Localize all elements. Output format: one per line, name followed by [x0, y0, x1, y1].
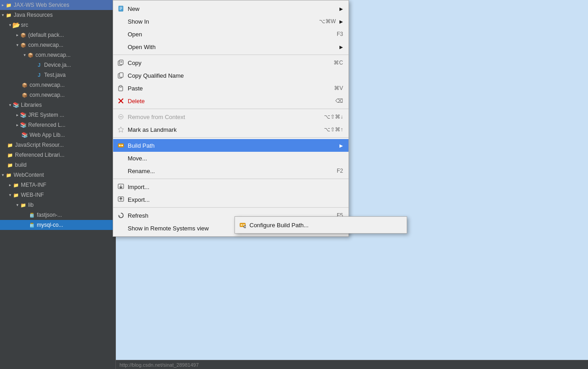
tree-item-web-inf[interactable]: 📁 WEB-INF	[0, 190, 115, 200]
arrow-icon	[16, 123, 19, 127]
arrow-icon	[16, 43, 19, 47]
show-in-icon	[117, 17, 125, 25]
folder-icon: 📁	[6, 151, 14, 159]
svg-point-26	[241, 224, 242, 226]
tree-item-web-app-lib[interactable]: 📚 Web App Lib...	[0, 130, 115, 140]
tree-label: src	[21, 22, 28, 28]
menu-item-remove-context[interactable]: Remove from Context ⌥⇧⌘↓	[113, 110, 349, 123]
arrow-icon	[9, 23, 11, 27]
menu-label: Configure Build Path...	[249, 222, 401, 229]
tree-item-build[interactable]: 📁 build	[0, 160, 115, 170]
copy-qualified-icon	[117, 71, 125, 80]
menu-item-open-with[interactable]: Open With ▶	[113, 40, 349, 53]
menu-label: Build Path	[128, 142, 336, 149]
tree-label: Web App Lib...	[30, 132, 65, 138]
menu-item-open[interactable]: Open F3	[113, 28, 349, 40]
menu-label: Import...	[128, 184, 343, 190]
build-path-submenu: Configure Build Path...	[234, 216, 407, 234]
tree-label: Libraries	[21, 102, 42, 108]
build-path-icon	[117, 141, 125, 150]
tree-label: Referenced Librari...	[15, 152, 65, 158]
folder-icon: 📁	[5, 171, 12, 179]
menu-item-move[interactable]: Move...	[113, 152, 349, 165]
tree-item-com-newcap4[interactable]: 📦 com.newcap...	[0, 90, 115, 100]
tree-label: com.newcap...	[30, 92, 65, 98]
menu-label: Mark as Landmark	[128, 126, 315, 133]
tree-item-default-pack[interactable]: 📦 (default pack...	[0, 30, 115, 40]
tree-item-meta-inf[interactable]: 📁 META-INF	[0, 180, 115, 190]
arrow-icon	[24, 53, 26, 57]
menu-label: Export...	[128, 196, 343, 203]
tree-item-fastjson[interactable]: 🫙 fastjson-...	[0, 210, 115, 220]
menu-label: New	[128, 5, 336, 12]
tree-label: JAX-WS Web Services	[14, 2, 69, 8]
tree-item-libraries[interactable]: 📚 Libraries	[0, 100, 115, 110]
package-icon: 📦	[21, 81, 28, 89]
menu-item-copy-qualified[interactable]: Copy Qualified Name	[113, 69, 349, 82]
export-icon	[117, 195, 125, 204]
menu-item-mark-landmark[interactable]: Mark as Landmark ⌥⇧⌘↑	[113, 123, 349, 136]
tree-label: com.newcap...	[35, 52, 70, 58]
menu-item-new[interactable]: New ▶	[113, 2, 349, 15]
tree-label: WEB-INF	[21, 192, 44, 198]
menu-divider	[113, 55, 349, 55]
tree-item-jax-ws[interactable]: 📁 JAX-WS Web Services	[0, 0, 115, 10]
menu-label: Copy Qualified Name	[128, 72, 343, 79]
new-icon	[117, 5, 125, 13]
shortcut-label: ⌘V	[334, 85, 343, 91]
shortcut-label: F3	[337, 31, 343, 37]
tree-label: Java Resources	[14, 12, 53, 18]
menu-item-delete[interactable]: Delete ⌫	[113, 95, 349, 107]
menu-label: Remove from Context	[128, 114, 315, 120]
tree-item-src[interactable]: 📂 src	[0, 20, 115, 30]
menu-item-build-path[interactable]: Build Path ▶	[113, 139, 349, 152]
tree-item-referenced-lib2[interactable]: 📁 Referenced Librari...	[0, 150, 115, 160]
tree-label: lib	[28, 202, 34, 208]
lib-icon: 📚	[20, 121, 27, 129]
submenu-arrow-icon: ▶	[339, 19, 343, 24]
project-explorer: 📁 JAX-WS Web Services 📁 Java Resources 📂…	[0, 0, 116, 369]
move-icon	[117, 154, 125, 162]
menu-label: Paste	[128, 85, 325, 92]
tree-label: mysql-co...	[37, 222, 63, 228]
tree-item-com-newcap3[interactable]: 📦 com.newcap...	[0, 80, 115, 90]
tree-item-java-resources[interactable]: 📁 Java Resources	[0, 10, 115, 20]
tree-item-device-java[interactable]: J Device.ja...	[0, 60, 115, 70]
configure-build-path-icon	[239, 221, 247, 229]
tree-label: META-INF	[21, 182, 46, 188]
open-with-icon	[117, 43, 125, 51]
jar-icon: 🫙	[28, 221, 35, 229]
shortcut-label: ⌥⌘W	[319, 18, 336, 25]
tree-item-js-resources[interactable]: 📁 JavaScript Resour...	[0, 140, 115, 150]
java-file-icon: J	[35, 71, 43, 79]
tree-item-mysql-co[interactable]: 🫙 mysql-co...	[0, 220, 115, 230]
tree-item-web-content[interactable]: 📁 WebContent	[0, 170, 115, 180]
tree-item-referenced-l[interactable]: 📚 Referenced L...	[0, 120, 115, 130]
menu-item-show-in[interactable]: Show In ⌥⌘W ▶	[113, 15, 349, 28]
menu-item-rename[interactable]: Rename... F2	[113, 165, 349, 177]
src-folder-icon: 📂	[12, 21, 20, 29]
tree-item-test-java[interactable]: J Test.java	[0, 70, 115, 80]
shortcut-label: ⌫	[335, 98, 343, 104]
menu-item-import[interactable]: Import...	[113, 180, 349, 193]
tree-item-com-newcap2[interactable]: 📦 com.newcap...	[0, 50, 115, 60]
menu-label: Move...	[128, 155, 343, 162]
menu-item-export[interactable]: Export...	[113, 193, 349, 206]
menu-item-copy[interactable]: Copy ⌘C	[113, 56, 349, 69]
svg-point-19	[122, 145, 123, 146]
submenu-item-configure-build-path[interactable]: Configure Build Path...	[235, 219, 407, 231]
folder-icon: 📁	[5, 1, 12, 9]
shortcut-label: F2	[337, 168, 343, 174]
tree-item-lib[interactable]: 📁 lib	[0, 200, 115, 210]
status-url: http://blog.csdn.net/sinat_28981497	[120, 362, 199, 368]
package-icon: 📦	[20, 31, 27, 39]
menu-divider	[113, 207, 349, 208]
delete-icon	[117, 97, 125, 105]
tree-label: Test.java	[44, 72, 65, 78]
submenu-arrow-icon: ▶	[339, 143, 343, 148]
menu-item-paste[interactable]: Paste ⌘V	[113, 82, 349, 95]
folder-icon: 📁	[6, 161, 14, 169]
tree-item-jre-system[interactable]: 📚 JRE System ...	[0, 110, 115, 120]
arrow-icon	[9, 103, 11, 107]
tree-item-com-newcap1[interactable]: 📦 com.newcap...	[0, 40, 115, 50]
